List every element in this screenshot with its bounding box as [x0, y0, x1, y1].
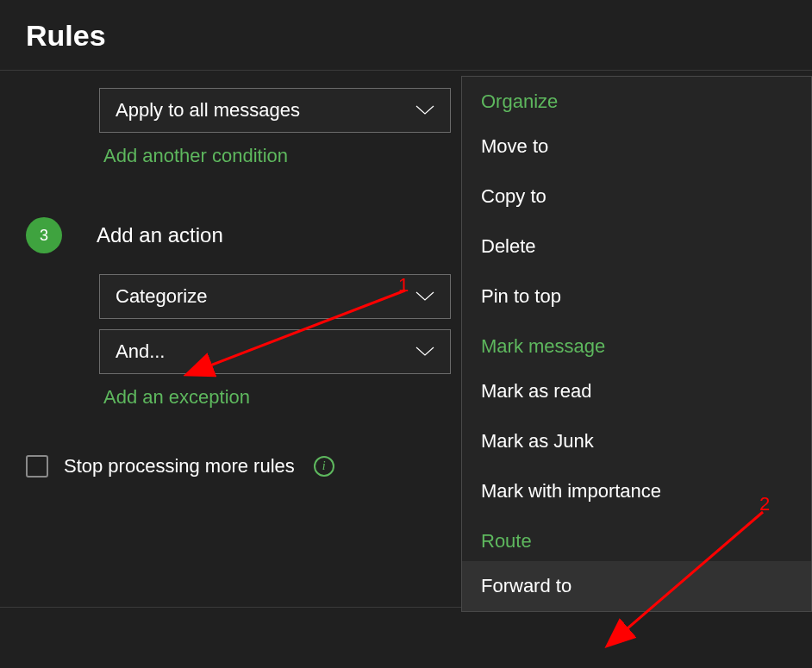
menu-group-mark-message: Mark message: [462, 322, 811, 366]
menu-item-mark-as-junk[interactable]: Mark as Junk: [462, 416, 811, 466]
condition-dropdown[interactable]: Apply to all messages: [99, 88, 451, 133]
add-condition-link[interactable]: Add another condition: [99, 133, 288, 174]
menu-item-mark-with-importance[interactable]: Mark with importance: [462, 466, 811, 516]
header: Rules: [0, 0, 812, 70]
stop-processing-checkbox[interactable]: [26, 455, 48, 478]
menu-group-organize: Organize: [462, 77, 811, 122]
action-dropdown-categorize[interactable]: Categorize: [99, 274, 451, 319]
action-dropdown-label: Categorize: [116, 285, 207, 308]
stop-processing-row: Stop processing more rules i: [0, 455, 461, 478]
action-menu-popup: Organize Move to Copy to Delete Pin to t…: [461, 76, 812, 612]
menu-item-copy-to[interactable]: Copy to: [462, 172, 811, 222]
info-icon[interactable]: i: [314, 456, 334, 477]
chevron-down-icon: [415, 104, 434, 116]
stop-processing-label: Stop processing more rules: [64, 455, 295, 478]
condition-dropdown-label: Apply to all messages: [116, 99, 300, 122]
page-title: Rules: [26, 19, 786, 53]
rules-editor-panel: Apply to all messages Add another condit…: [0, 79, 461, 478]
menu-item-pin-to-top[interactable]: Pin to top: [462, 272, 811, 322]
step-number-badge: 3: [26, 217, 62, 253]
menu-item-mark-as-read[interactable]: Mark as read: [462, 366, 811, 416]
action-step-row: 3 Add an action: [0, 217, 461, 253]
action-section-title: Add an action: [97, 223, 223, 247]
add-exception-link[interactable]: Add an exception: [99, 374, 250, 415]
menu-item-delete[interactable]: Delete: [462, 222, 811, 272]
chevron-down-icon: [415, 290, 434, 303]
bottom-divider: [0, 607, 461, 608]
action-dropdown-and[interactable]: And...: [99, 329, 451, 374]
menu-group-route: Route: [462, 516, 811, 561]
chevron-down-icon: [415, 346, 434, 358]
menu-item-forward-to[interactable]: Forward to: [462, 561, 811, 611]
action-dropdown-label: And...: [116, 340, 165, 363]
menu-item-move-to[interactable]: Move to: [462, 122, 811, 172]
